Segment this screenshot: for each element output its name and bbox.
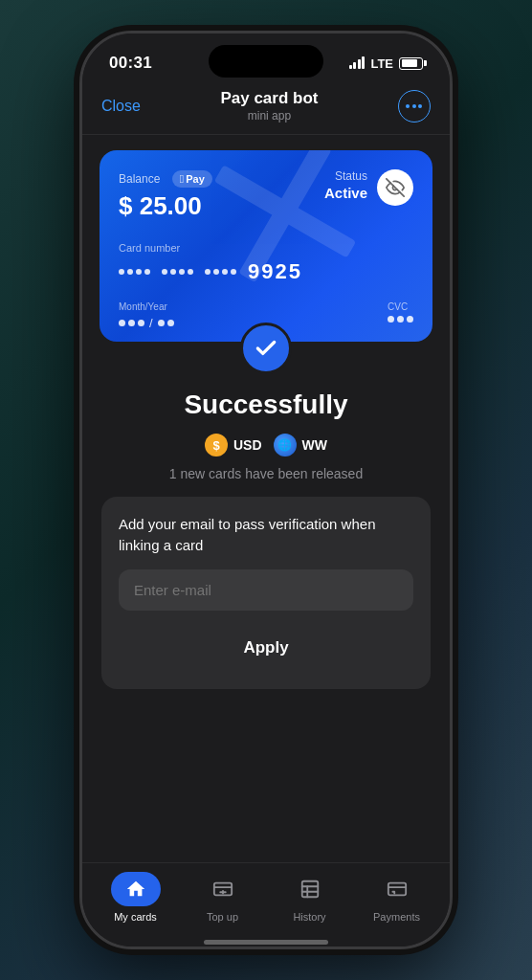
- usd-label: USD: [233, 437, 262, 453]
- ww-icon: 🌐: [274, 434, 297, 457]
- my-cards-icon-wrap: [111, 872, 161, 906]
- usd-icon: $: [205, 434, 228, 457]
- apply-button[interactable]: Apply: [119, 624, 413, 672]
- nav-item-payments[interactable]: Payments: [353, 872, 440, 923]
- app-title: Pay card bot: [220, 89, 318, 108]
- history-icon: [299, 879, 321, 900]
- svg-rect-5: [301, 881, 318, 898]
- expiry-masked: /: [119, 316, 174, 330]
- nav-label-history: History: [293, 911, 325, 923]
- close-button[interactable]: Close: [101, 98, 141, 115]
- battery-icon: [399, 57, 423, 70]
- nav-item-my-cards[interactable]: My cards: [92, 872, 179, 923]
- top-up-icon-wrap: [198, 872, 248, 906]
- month-year-label: Month/Year: [119, 301, 174, 312]
- header-center: Pay card bot mini app: [220, 89, 318, 122]
- success-title: Successfully: [184, 390, 347, 420]
- email-section: Add your email to pass verification when…: [101, 497, 431, 689]
- usd-badge: $ USD: [205, 434, 262, 457]
- check-icon: [254, 336, 278, 361]
- status-time: 00:31: [109, 54, 152, 73]
- lte-label: LTE: [370, 56, 393, 71]
- ww-label: WW: [302, 437, 327, 453]
- app-header: Close Pay card bot mini app: [82, 81, 450, 135]
- success-check-circle: [240, 323, 292, 374]
- nav-label-my-cards: My cards: [114, 911, 157, 923]
- scroll-area: Balance  Pay $ 25.00 Status: [82, 135, 450, 862]
- nav-item-top-up[interactable]: Top up: [179, 872, 266, 923]
- menu-button[interactable]: [398, 90, 431, 122]
- currency-badges: $ USD 🌐 WW: [205, 434, 327, 457]
- apple-icon: : [180, 172, 184, 186]
- dynamic-island: [209, 45, 323, 78]
- payments-icon: [387, 879, 408, 900]
- bottom-nav: My cards Top up: [82, 862, 450, 941]
- app-subtitle: mini app: [220, 109, 318, 122]
- home-indicator: [82, 941, 450, 947]
- email-hint: Add your email to pass verification when…: [119, 514, 413, 556]
- more-icon: [406, 104, 422, 108]
- signal-icon: [349, 57, 366, 69]
- nav-label-payments: Payments: [373, 911, 420, 923]
- top-up-icon: [212, 879, 233, 900]
- history-icon-wrap: [285, 872, 335, 906]
- ww-badge: 🌐 WW: [274, 434, 327, 457]
- payments-icon-wrap: [372, 872, 422, 906]
- payment-card: Balance  Pay $ 25.00 Status: [100, 150, 432, 342]
- phone-frame: 00:31 LTE Close Pay card bot mini app: [79, 31, 453, 949]
- home-icon: [125, 879, 146, 900]
- card-container: Balance  Pay $ 25.00 Status: [82, 135, 450, 342]
- card-expiry-field: Month/Year /: [119, 301, 174, 330]
- status-icons: LTE: [349, 56, 423, 71]
- balance-label: Balance: [119, 172, 160, 186]
- nav-item-history[interactable]: History: [266, 872, 353, 923]
- email-input[interactable]: [119, 569, 413, 611]
- svg-rect-9: [388, 883, 405, 896]
- nav-label-top-up: Top up: [207, 911, 238, 923]
- success-section: Successfully $ USD 🌐 WW 1 new cards have…: [82, 323, 450, 704]
- success-description: 1 new cards have been released: [169, 466, 363, 481]
